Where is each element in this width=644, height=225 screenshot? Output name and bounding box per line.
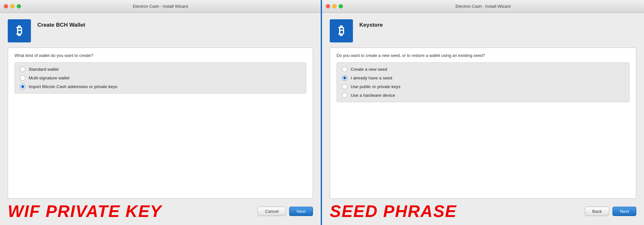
option-hardware-label: Use a hardware device xyxy=(351,93,395,98)
dialog-body-right: Do you want to create a new seed, or to … xyxy=(330,48,636,199)
option-hardware[interactable]: Use a hardware device xyxy=(342,93,624,98)
footer-buttons-right: Back Next xyxy=(585,207,636,216)
radio-existing-seed[interactable] xyxy=(342,75,347,81)
option-multisig-label: Multi-signature wallet xyxy=(29,76,70,80)
options-box-right: Create a new seed I already have a seed … xyxy=(336,62,630,102)
dialog-question-right: Do you want to create a new seed, or to … xyxy=(336,53,630,58)
left-panel: Electron Cash - Install Wizard ₿ Create … xyxy=(0,0,322,225)
option-standard[interactable]: Standard wallet xyxy=(20,67,301,72)
radio-hardware[interactable] xyxy=(342,93,347,98)
dialog-question-left: What kind of wallet do you want to creat… xyxy=(14,53,306,58)
radio-multisig[interactable] xyxy=(20,75,25,81)
option-multisig[interactable]: Multi-signature wallet xyxy=(20,75,301,81)
radio-public-private[interactable] xyxy=(342,84,347,89)
footer-label-left: WIF PRIVATE KEY xyxy=(8,203,162,220)
minimize-button-left[interactable] xyxy=(10,4,14,8)
option-public-private[interactable]: Use public or private keys xyxy=(342,84,624,89)
footer-right: SEED PHRASE Back Next xyxy=(330,203,636,222)
bitcoin-logo-right: ₿ xyxy=(330,19,353,42)
back-button[interactable]: Back xyxy=(585,207,609,216)
option-import-label: Import Bitcoin Cash addresses or private… xyxy=(29,84,117,89)
option-new-seed[interactable]: Create a new seed xyxy=(342,67,624,72)
bitcoin-symbol-right: ₿ xyxy=(338,24,344,38)
close-button-right[interactable] xyxy=(326,4,330,8)
radio-standard[interactable] xyxy=(20,67,25,72)
maximize-button-left[interactable] xyxy=(17,4,21,8)
content-area-left: ₿ Create BCH Wallet What kind of wallet … xyxy=(0,13,321,225)
right-panel: Electron Cash - Install Wizard ₿ Keystor… xyxy=(322,0,644,225)
option-public-private-label: Use public or private keys xyxy=(351,84,401,89)
window-title-right: Electron Cash - Install Wizard xyxy=(455,4,510,9)
footer-buttons-left: Cancel Next xyxy=(258,207,313,216)
cancel-button[interactable]: Cancel xyxy=(258,207,286,216)
dialog-title-right: Keystore xyxy=(359,22,383,28)
title-bar-left: Electron Cash - Install Wizard xyxy=(0,0,321,13)
option-import[interactable]: Import Bitcoin Cash addresses or private… xyxy=(20,84,301,89)
maximize-button-right[interactable] xyxy=(339,4,343,8)
option-existing-seed[interactable]: I already have a seed xyxy=(342,75,624,81)
option-existing-seed-label: I already have a seed xyxy=(351,76,392,80)
next-button-left[interactable]: Next xyxy=(289,207,313,216)
bitcoin-logo-left: ₿ xyxy=(8,19,31,42)
radio-new-seed[interactable] xyxy=(342,67,347,72)
window-controls-left xyxy=(4,4,21,8)
radio-existing-seed-dot xyxy=(343,76,346,79)
window-controls-right xyxy=(326,4,343,8)
header-right: ₿ Keystore xyxy=(330,19,636,42)
options-box-left: Standard wallet Multi-signature wallet I… xyxy=(14,62,306,94)
option-new-seed-label: Create a new seed xyxy=(351,67,387,72)
header-left: ₿ Create BCH Wallet xyxy=(8,19,313,42)
next-button-right[interactable]: Next xyxy=(612,207,636,216)
footer-left: WIF PRIVATE KEY Cancel Next xyxy=(8,203,313,222)
title-bar-right: Electron Cash - Install Wizard xyxy=(322,0,644,13)
window-title-left: Electron Cash - Install Wizard xyxy=(133,4,188,9)
content-area-right: ₿ Keystore Do you want to create a new s… xyxy=(322,13,644,225)
footer-label-right: SEED PHRASE xyxy=(330,203,457,220)
radio-import-dot xyxy=(21,85,24,88)
dialog-body-left: What kind of wallet do you want to creat… xyxy=(8,48,313,199)
option-standard-label: Standard wallet xyxy=(29,67,59,72)
bitcoin-symbol-left: ₿ xyxy=(16,24,22,38)
minimize-button-right[interactable] xyxy=(332,4,336,8)
radio-import[interactable] xyxy=(20,84,25,89)
close-button-left[interactable] xyxy=(4,4,8,8)
dialog-title-left: Create BCH Wallet xyxy=(37,22,85,28)
